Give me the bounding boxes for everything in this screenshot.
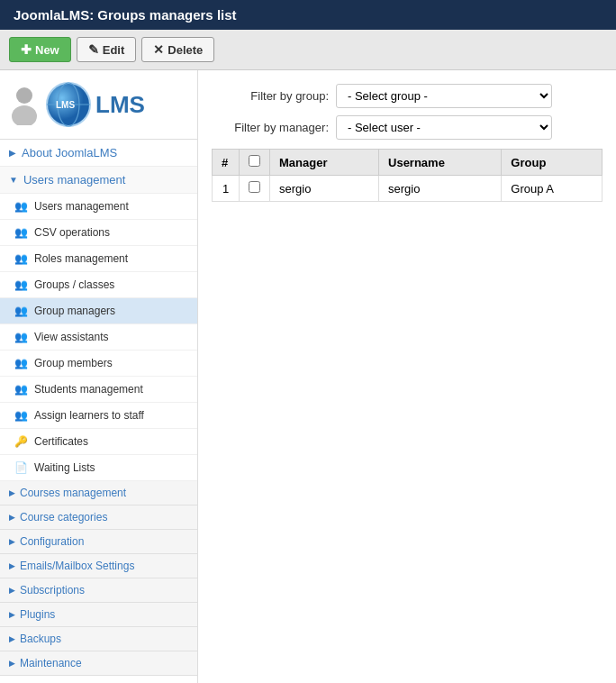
sidebar-section-backups[interactable]: ▶ Backups [0, 627, 197, 651]
svg-point-0 [16, 87, 32, 104]
group-members-label: Group members [34, 357, 113, 369]
students-icon: 👥 [13, 381, 29, 397]
sidebar-item-groups-classes[interactable]: 👥 Groups / classes [0, 272, 197, 298]
subscriptions-label: Subscriptions [20, 584, 85, 596]
delete-icon: ✕ [153, 42, 164, 57]
sidebar-item-roles-management[interactable]: 👥 Roles management [0, 246, 197, 272]
sidebar-item-view-assistants[interactable]: 👥 View assistants [0, 324, 197, 351]
groups-classes-label: Groups / classes [34, 278, 114, 291]
chevron-down-icon [9, 175, 18, 185]
maintenance-label: Maintenance [20, 657, 82, 669]
plugins-label: Plugins [20, 608, 55, 621]
page-title: JoomlaLMS: Groups managers list [14, 7, 237, 23]
svg-point-1 [12, 105, 37, 125]
col-header-username: Username [379, 150, 502, 176]
row-group: Group A [502, 176, 602, 202]
emails-label: Emails/Mailbox Settings [20, 560, 134, 572]
edit-button[interactable]: ✎ Edit [77, 37, 137, 62]
sidebar-section-configuration[interactable]: ▶ Configuration [0, 530, 197, 554]
col-header-num: # [213, 150, 240, 176]
students-label: Students management [34, 383, 143, 396]
main-layout: LMS LMS About JoomlaLMS Users management… [0, 70, 616, 683]
users-management-section-label: Users management [23, 173, 125, 187]
sidebar-section-maintenance[interactable]: ▶ Maintenance [0, 651, 197, 676]
chevron-right-categories-icon: ▶ [9, 513, 15, 522]
sidebar-item-users-management[interactable]: 👥 Users management [0, 194, 197, 220]
globe-icon: LMS [45, 81, 92, 128]
row-checkbox-cell [240, 176, 270, 202]
about-label: About JoomlaLMS [22, 146, 117, 159]
plus-icon: ✚ [21, 42, 32, 57]
content-area: Filter by group: - Select group - Filter… [198, 70, 616, 683]
col-header-manager: Manager [270, 150, 379, 176]
sidebar-item-group-managers[interactable]: 👥 Group managers [0, 298, 197, 324]
chevron-right-emails-icon: ▶ [9, 561, 15, 570]
groups-managers-table: # Manager Username Group 1 sergio serg [212, 149, 602, 202]
sidebar-section-course-categories[interactable]: ▶ Course categories [0, 505, 197, 530]
sidebar-item-students-management[interactable]: 👥 Students management [0, 377, 197, 403]
waiting-lists-label: Waiting Lists [34, 461, 95, 474]
row-manager: sergio [270, 176, 379, 202]
chevron-right-config-icon: ▶ [9, 537, 15, 546]
svg-text:LMS: LMS [56, 100, 75, 110]
sidebar-item-certificates[interactable]: 🔑 Certificates [0, 429, 197, 455]
chevron-right-backups-icon: ▶ [9, 634, 15, 643]
sidebar: LMS LMS About JoomlaLMS Users management… [0, 70, 198, 683]
courses-management-label: Courses management [20, 487, 126, 499]
filter-manager-row: Filter by manager: - Select user - [212, 115, 602, 140]
chevron-right-subs-icon: ▶ [9, 586, 15, 595]
sidebar-section-plugins[interactable]: ▶ Plugins [0, 603, 197, 627]
csv-label: CSV operations [34, 226, 110, 239]
logo-area: LMS LMS [0, 70, 197, 140]
edit-icon: ✎ [88, 42, 99, 57]
chevron-right-icon [9, 148, 16, 158]
users-management-items: 👥 Users management 👥 CSV operations 👥 Ro… [0, 194, 197, 481]
csv-icon: 👥 [13, 224, 29, 241]
col-header-group: Group [502, 150, 602, 176]
edit-label: Edit [103, 43, 125, 57]
sidebar-item-about[interactable]: About JoomlaLMS [0, 140, 197, 167]
select-user-dropdown[interactable]: - Select user - [336, 115, 552, 140]
row-username: sergio [379, 176, 502, 202]
new-button[interactable]: ✚ New [9, 37, 71, 62]
select-group-dropdown[interactable]: - Select group - [336, 84, 552, 108]
users-management-icon: 👥 [13, 198, 29, 214]
filter-by-group-label: Filter by group: [212, 89, 329, 103]
view-assistants-icon: 👥 [13, 329, 29, 345]
sidebar-section-users-management[interactable]: Users management [0, 167, 197, 194]
col-header-check [240, 150, 270, 176]
title-bar: JoomlaLMS: Groups managers list [0, 0, 616, 30]
sidebar-item-assign-learners[interactable]: 👥 Assign learners to staff [0, 403, 197, 429]
sidebar-section-subscriptions[interactable]: ▶ Subscriptions [0, 578, 197, 603]
sidebar-section-courses-management[interactable]: ▶ Courses management [0, 481, 197, 505]
backups-label: Backups [20, 633, 61, 645]
sidebar-item-csv-operations[interactable]: 👥 CSV operations [0, 220, 197, 246]
roles-label: Roles management [34, 252, 128, 265]
certificates-label: Certificates [34, 435, 88, 448]
sidebar-item-group-members[interactable]: 👥 Group members [0, 351, 197, 377]
person-icon [7, 85, 41, 125]
roles-icon: 👥 [13, 250, 29, 267]
chevron-right-plugins-icon: ▶ [9, 610, 15, 619]
row-checkbox[interactable] [249, 181, 260, 193]
certificates-icon: 🔑 [13, 433, 29, 450]
sidebar-item-waiting-lists[interactable]: 📄 Waiting Lists [0, 455, 197, 481]
new-label: New [35, 43, 59, 57]
filter-group-row: Filter by group: - Select group - [212, 84, 602, 108]
delete-button[interactable]: ✕ Delete [141, 37, 214, 62]
table-row: 1 sergio sergio Group A [213, 176, 602, 202]
configuration-label: Configuration [20, 535, 84, 548]
toolbar: ✚ New ✎ Edit ✕ Delete [0, 30, 616, 70]
chevron-right-courses-icon: ▶ [9, 488, 15, 497]
lms-logo-text: LMS [95, 91, 145, 119]
group-managers-label: Group managers [34, 305, 115, 317]
group-managers-icon: 👥 [13, 303, 29, 319]
table-header-row: # Manager Username Group [213, 150, 602, 176]
sidebar-section-emails[interactable]: ▶ Emails/Mailbox Settings [0, 554, 197, 578]
assign-learners-label: Assign learners to staff [34, 409, 144, 422]
view-assistants-label: View assistants [34, 331, 108, 343]
row-num: 1 [213, 176, 240, 202]
waiting-lists-icon: 📄 [13, 460, 29, 476]
filter-by-manager-label: Filter by manager: [212, 121, 329, 134]
select-all-checkbox[interactable] [249, 155, 260, 167]
